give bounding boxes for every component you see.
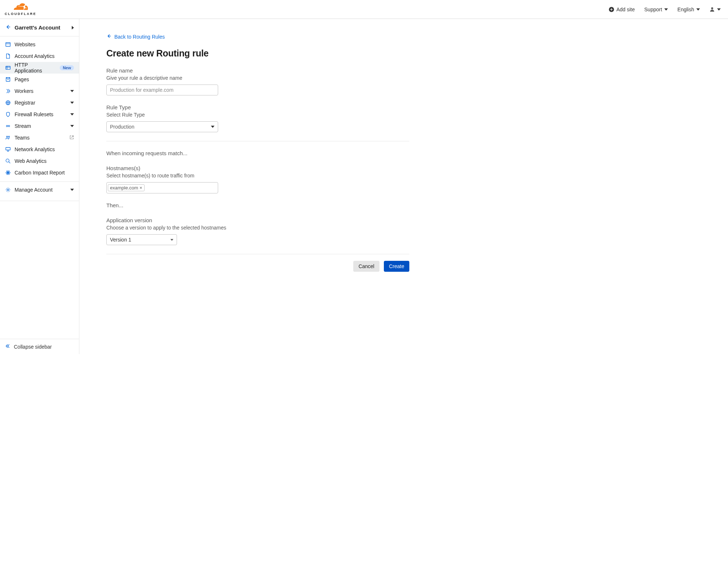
add-site-button[interactable]: Add site: [609, 7, 635, 12]
svg-rect-4: [6, 43, 10, 47]
plus-circle-icon: [609, 7, 614, 12]
svg-point-21: [8, 172, 9, 173]
match-heading: When incoming requests match...: [106, 150, 489, 156]
sidebar-item-label: Stream: [15, 123, 67, 129]
external-link-icon: [70, 135, 74, 141]
sidebar-item-manage-account[interactable]: Manage Account: [0, 182, 79, 198]
stream-icon: [5, 123, 11, 129]
language-label: English: [677, 7, 694, 12]
sidebar-item-label: Teams: [15, 135, 66, 141]
account-name: Garrett's Account: [15, 24, 68, 31]
create-button[interactable]: Create: [384, 261, 409, 272]
workers-icon: [5, 88, 11, 94]
chevron-down-icon: [70, 189, 74, 191]
sidebar-item-workers[interactable]: Workers: [0, 85, 79, 97]
sidebar-item-label: Registrar: [15, 100, 67, 106]
chevron-down-icon: [211, 126, 215, 128]
hostnames-help: Select hostname(s) to route traffic from: [106, 173, 489, 178]
sidebar-nav: Websites Account Analytics HTTP Applicat…: [0, 36, 79, 178]
atom-icon: [5, 170, 11, 176]
sidebar-item-account-analytics[interactable]: Account Analytics: [0, 50, 79, 62]
brand-logo[interactable]: CLOUDFLARE: [5, 3, 36, 16]
hostnames-heading: Hostnames(s): [106, 165, 489, 171]
rule-name-input[interactable]: [106, 85, 218, 95]
topbar: CLOUDFLARE Add site Support English: [0, 0, 728, 19]
globe-icon: [5, 100, 11, 106]
gear-icon: [5, 187, 11, 193]
pages-icon: [5, 76, 11, 82]
rule-type-select[interactable]: Production: [106, 121, 218, 132]
svg-rect-16: [6, 148, 10, 150]
sidebar-item-carbon-impact[interactable]: Carbon Impact Report: [0, 167, 79, 178]
support-menu[interactable]: Support: [644, 7, 668, 12]
sidebar-item-registrar[interactable]: Registrar: [0, 97, 79, 109]
add-site-label: Add site: [616, 7, 635, 12]
account-selector[interactable]: Garrett's Account: [0, 19, 79, 36]
sidebar-item-stream[interactable]: Stream: [0, 120, 79, 132]
rule-type-value: Production: [110, 124, 211, 130]
chevron-down-icon: [70, 102, 74, 104]
chevron-down-icon: [70, 125, 74, 127]
rule-type-heading: Rule Type: [106, 104, 489, 110]
page-title: Create new Routing rule: [106, 48, 489, 59]
rule-name-heading: Rule name: [106, 67, 489, 74]
cloud-icon: [12, 3, 29, 12]
sidebar-item-teams[interactable]: Teams: [0, 132, 79, 144]
sidebar-item-label: Carbon Impact Report: [15, 170, 74, 176]
shield-icon: [5, 111, 11, 117]
sidebar-item-web-analytics[interactable]: Web Analytics: [0, 155, 79, 167]
chevron-down-icon: [696, 8, 700, 11]
chevron-down-icon: [664, 8, 668, 11]
svg-rect-6: [6, 66, 10, 70]
hostname-chip-label: example.com ×: [110, 185, 142, 191]
user-icon: [709, 7, 715, 12]
chevron-down-icon: [70, 113, 74, 115]
window-icon: [5, 42, 11, 47]
document-icon: [5, 53, 11, 59]
support-label: Support: [644, 7, 662, 12]
sidebar-item-http-applications[interactable]: HTTP Applications New: [0, 62, 79, 74]
chevron-down-icon: [717, 8, 721, 11]
chevron-down-icon: [70, 90, 74, 92]
chevron-down-icon: [170, 239, 173, 241]
sidebar-item-label: Web Analytics: [15, 158, 74, 164]
teams-icon: [5, 135, 11, 141]
sidebar-item-pages[interactable]: Pages: [0, 74, 79, 85]
brand-name: CLOUDFLARE: [5, 12, 36, 16]
svg-point-13: [7, 125, 9, 127]
rule-type-help: Select Rule Type: [106, 112, 489, 118]
arrow-left-icon: [106, 34, 111, 40]
sidebar-item-websites[interactable]: Websites: [0, 39, 79, 50]
cancel-button[interactable]: Cancel: [353, 261, 379, 272]
svg-rect-2: [610, 9, 613, 9]
sidebar-item-label: Manage Account: [15, 187, 67, 193]
search-icon: [5, 158, 11, 164]
user-menu[interactable]: [709, 7, 721, 12]
network-icon: [5, 146, 11, 152]
sidebar: Garrett's Account Websites Account Analy…: [0, 19, 79, 354]
svg-point-3: [711, 7, 713, 9]
back-link[interactable]: Back to Routing Rules: [106, 34, 165, 40]
language-menu[interactable]: English: [677, 7, 700, 12]
svg-line-20: [9, 162, 10, 163]
sidebar-item-label: Account Analytics: [15, 53, 74, 59]
sidebar-item-label: Websites: [15, 42, 74, 47]
applications-icon: [5, 65, 11, 71]
sidebar-item-label: Firewall Rulesets: [15, 111, 67, 117]
version-select[interactable]: Version 1: [106, 234, 177, 245]
hostnames-input[interactable]: example.com ×: [106, 182, 218, 193]
sidebar-item-network-analytics[interactable]: Network Analytics: [0, 144, 79, 155]
collapse-sidebar-button[interactable]: Collapse sidebar: [0, 339, 79, 354]
then-heading: Then...: [106, 202, 489, 208]
sidebar-item-label: HTTP Applications: [15, 62, 56, 74]
back-link-label: Back to Routing Rules: [114, 34, 165, 40]
svg-point-14: [7, 136, 8, 138]
collapse-label: Collapse sidebar: [14, 344, 52, 350]
sidebar-item-firewall-rulesets[interactable]: Firewall Rulesets: [0, 109, 79, 120]
collapse-icon: [5, 344, 10, 350]
main-content: Back to Routing Rules Create new Routing…: [79, 19, 516, 354]
version-heading: Application version: [106, 217, 489, 223]
svg-point-15: [8, 136, 10, 138]
hostname-chip[interactable]: example.com ×: [108, 184, 145, 191]
sidebar-item-label: Network Analytics: [15, 146, 74, 152]
